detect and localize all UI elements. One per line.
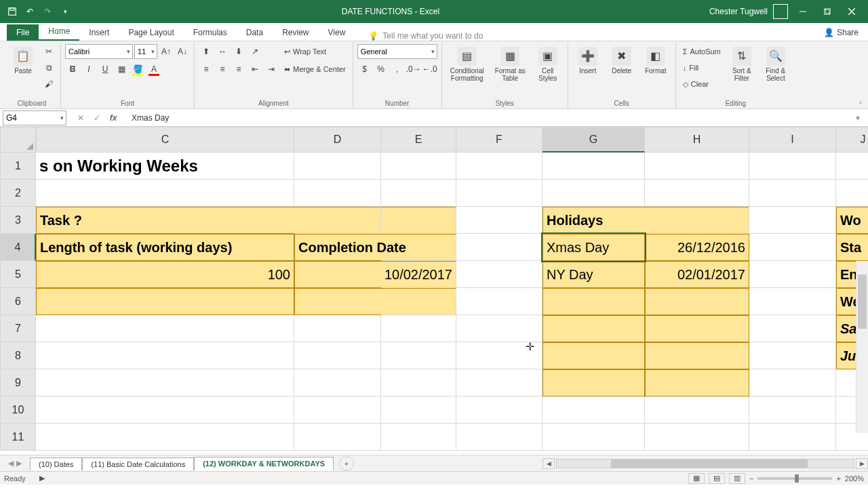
cell-J4[interactable]: Sta — [836, 234, 868, 261]
col-header-C[interactable]: C — [36, 127, 294, 152]
cell-F2[interactable] — [456, 180, 542, 207]
cell-I8[interactable] — [749, 342, 836, 369]
fill-button[interactable]: ↓Fill — [680, 60, 724, 75]
align-top-icon[interactable]: ⬆ — [199, 44, 214, 59]
row-header-10[interactable]: 10 — [0, 396, 36, 424]
cell-G1[interactable] — [542, 152, 645, 180]
save-icon[interactable] — [5, 5, 19, 18]
cell-styles-button[interactable]: ▣Cell Styles — [532, 44, 564, 85]
sort-filter-button[interactable]: ⇅Sort & Filter — [726, 44, 757, 85]
cell-F7[interactable] — [456, 315, 542, 342]
decrease-indent-icon[interactable]: ⇤ — [248, 62, 262, 77]
cell-I10[interactable] — [749, 396, 836, 424]
restore-icon[interactable] — [818, 2, 837, 21]
sheet-tab-2[interactable]: (12) WORKDAY & NETWORKDAYS — [194, 457, 334, 471]
paste-button[interactable]: 📋 Paste — [7, 44, 39, 77]
cell-H10[interactable] — [645, 396, 749, 424]
column-headers[interactable]: CDEFGHIJ — [36, 127, 868, 152]
format-cells-button[interactable]: ◧Format — [640, 44, 671, 77]
redo-icon[interactable]: ↷ — [41, 5, 54, 18]
decrease-decimal-icon[interactable]: ←.0 — [422, 62, 437, 77]
cell-F3[interactable] — [456, 207, 542, 234]
row-header-5[interactable]: 5 — [0, 261, 36, 288]
cell-H1[interactable] — [645, 152, 749, 180]
cell-H11[interactable] — [645, 424, 749, 451]
accounting-icon[interactable]: $ — [357, 62, 372, 77]
cell-E9[interactable] — [381, 369, 456, 396]
row-header-8[interactable]: 8 — [0, 342, 36, 369]
tab-page-layout[interactable]: Page Layout — [119, 24, 183, 41]
minimize-icon[interactable] — [793, 2, 812, 21]
cell-D1[interactable] — [294, 152, 381, 180]
cell-J1[interactable] — [836, 152, 868, 180]
cell-C9[interactable] — [36, 369, 294, 396]
bold-button[interactable]: B — [65, 62, 80, 77]
cell-G6[interactable] — [542, 288, 645, 315]
tab-data[interactable]: Data — [237, 24, 273, 41]
cell-E6[interactable] — [381, 288, 456, 315]
page-layout-icon[interactable]: ▤ — [709, 473, 725, 484]
normal-view-icon[interactable]: ▦ — [688, 473, 705, 484]
insert-cells-button[interactable]: ➕Insert — [572, 44, 604, 77]
clear-button[interactable]: ◇Clear — [680, 77, 724, 92]
macro-icon[interactable]: ▶ — [39, 474, 45, 483]
row-header-7[interactable]: 7 — [0, 315, 36, 342]
sheet-tab-0[interactable]: (10) Dates — [30, 458, 82, 470]
col-header-H[interactable]: H — [645, 127, 749, 152]
col-header-F[interactable]: F — [456, 127, 542, 152]
cell-D9[interactable] — [294, 369, 381, 396]
formula-input[interactable]: Xmas Day — [127, 113, 850, 123]
cancel-formula-icon[interactable]: ✕ — [73, 110, 88, 125]
percent-icon[interactable]: % — [374, 62, 389, 77]
page-break-icon[interactable]: ▥ — [729, 473, 745, 484]
row-header-3[interactable]: 3 — [0, 207, 36, 234]
merge-center-button[interactable]: ⬌Merge & Center — [281, 62, 349, 77]
row-header-9[interactable]: 9 — [0, 369, 36, 396]
cell-C11[interactable] — [36, 424, 294, 451]
cell-H2[interactable] — [645, 180, 749, 207]
cell-G10[interactable] — [542, 396, 645, 424]
grid[interactable]: CDEFGHIJ 1234567891011 s on Working Week… — [0, 127, 868, 455]
sheet-prev-icon[interactable]: ◀ — [8, 459, 14, 468]
cell-G4[interactable]: Xmas Day — [542, 234, 645, 261]
conditional-formatting-button[interactable]: ▤Conditional Formatting — [446, 44, 488, 85]
cell-J3[interactable]: Wo — [836, 207, 868, 234]
cell-H8[interactable] — [645, 342, 749, 369]
format-table-button[interactable]: ▦Format as Table — [491, 44, 530, 85]
cell-H5[interactable]: 02/01/2017 — [645, 261, 749, 288]
increase-indent-icon[interactable]: ⇥ — [264, 62, 279, 77]
name-box[interactable]: G4 — [3, 110, 66, 125]
cell-F11[interactable] — [456, 424, 542, 451]
delete-cells-button[interactable]: ✖Delete — [606, 44, 637, 77]
decrease-font-icon[interactable]: A↓ — [175, 44, 190, 59]
cell-C2[interactable] — [36, 180, 294, 207]
cell-H7[interactable] — [645, 315, 749, 342]
cell-F9[interactable] — [456, 369, 542, 396]
align-middle-icon[interactable]: ↔ — [215, 44, 230, 59]
row-header-2[interactable]: 2 — [0, 180, 36, 207]
cell-G7[interactable] — [542, 315, 645, 342]
cell-J2[interactable] — [836, 180, 868, 207]
cell-G9[interactable] — [542, 369, 645, 396]
cell-H4[interactable]: 26/12/2016 — [645, 234, 749, 261]
row-headers[interactable]: 1234567891011 — [0, 152, 36, 451]
zoom-level[interactable]: 200% — [845, 474, 864, 483]
cell-F10[interactable] — [456, 396, 542, 424]
cell-E8[interactable] — [381, 342, 456, 369]
hscroll-thumb[interactable] — [611, 460, 808, 468]
font-color-icon[interactable]: A — [146, 62, 161, 77]
row-header-4[interactable]: 4 — [0, 234, 36, 261]
cell-C10[interactable] — [36, 396, 294, 424]
tab-home[interactable]: Home — [39, 23, 79, 41]
col-header-D[interactable]: D — [294, 127, 381, 152]
cell-I1[interactable] — [749, 152, 836, 180]
cell-F5[interactable] — [456, 261, 542, 288]
vertical-scrollbar[interactable] — [856, 261, 868, 433]
cell-C4[interactable]: Length of task (working days) — [36, 234, 294, 261]
cell-E2[interactable] — [381, 180, 456, 207]
cell-H3[interactable] — [645, 207, 749, 234]
hscroll-right-icon[interactable]: ▶ — [856, 458, 868, 469]
tab-insert[interactable]: Insert — [79, 24, 119, 41]
collapse-ribbon-icon[interactable]: ˄ — [856, 100, 865, 110]
cell-I4[interactable] — [749, 234, 836, 261]
